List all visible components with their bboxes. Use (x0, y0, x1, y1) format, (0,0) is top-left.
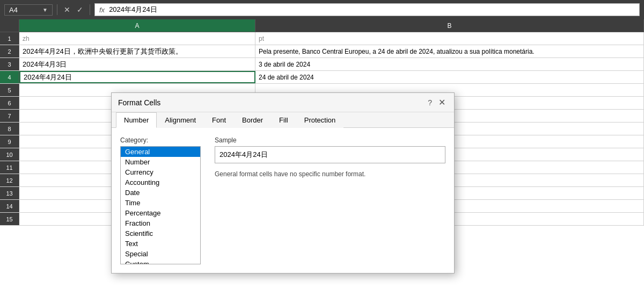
toolbar: A4 ▼ ✕ ✓ fx 2024年4月24日 (0, 0, 644, 19)
category-item-currency[interactable]: Currency (121, 167, 200, 177)
category-item-fraction[interactable]: Fraction (121, 218, 200, 228)
table-row: 1 zh pt (0, 32, 644, 45)
row-number: 13 (0, 187, 19, 199)
category-section: Category: General Number Currency Accoun… (120, 136, 206, 264)
dialog-titlebar: Format Cells ? ✕ (112, 93, 454, 112)
cell-b4[interactable]: 24 de abril de 2024 (255, 71, 644, 83)
category-item-number[interactable]: Number (121, 157, 200, 167)
tab-fill[interactable]: Fill (271, 112, 296, 128)
tab-protection[interactable]: Protection (296, 112, 344, 128)
category-label: Category: (120, 136, 206, 144)
table-row: 3 2024年4月3日 3 de abril de 2024 (0, 58, 644, 71)
col-header-b[interactable]: B (255, 19, 644, 32)
format-cells-dialog[interactable]: Format Cells ? ✕ Number Alignment Font B… (111, 92, 455, 273)
cell-a3[interactable]: 2024年4月3日 (19, 58, 255, 70)
row-number: 11 (0, 161, 19, 174)
tab-border[interactable]: Border (234, 112, 271, 128)
toolbar-divider-2 (90, 4, 90, 15)
category-item-general[interactable]: General (121, 147, 200, 157)
row-number: 7 (0, 110, 19, 122)
table-row: 4 2024年4月24日 24 de abril de 2024 (0, 71, 644, 84)
row-number: 15 (0, 213, 19, 225)
toolbar-divider-1 (57, 4, 57, 15)
formula-bar[interactable]: fx 2024年4月24日 (94, 3, 640, 16)
description-text: General format cells have no specific nu… (215, 170, 445, 179)
fx-label: fx (99, 6, 105, 14)
category-item-date[interactable]: Date (121, 188, 200, 198)
tab-number[interactable]: Number (116, 112, 157, 128)
row-number: 9 (0, 135, 19, 148)
cell-a1[interactable]: zh (19, 32, 255, 45)
cell-reference-text: A4 (9, 6, 40, 14)
row-number: 1 (0, 32, 19, 45)
row-number: 12 (0, 174, 19, 186)
category-item-scientific[interactable]: Scientific (121, 228, 200, 239)
sample-box: 2024年4月24日 (215, 146, 445, 163)
corner-cell (0, 19, 19, 32)
category-item-time[interactable]: Time (121, 198, 200, 208)
dialog-help-button[interactable]: ? (428, 98, 432, 107)
row-number: 6 (0, 97, 19, 109)
dialog-close-button[interactable]: ✕ (436, 97, 448, 107)
cell-b2[interactable]: Pela presente, Banco Central Europeu, a … (255, 45, 644, 57)
cell-reference-box[interactable]: A4 ▼ (4, 4, 53, 16)
cell-b3[interactable]: 3 de abril de 2024 (255, 58, 644, 70)
category-item-custom[interactable]: Custom (121, 259, 200, 264)
row-number: 14 (0, 200, 19, 212)
col-header-a[interactable]: A (19, 19, 255, 32)
category-list[interactable]: General Number Currency Accounting Date … (120, 146, 201, 264)
row-number: 5 (0, 84, 19, 96)
cancel-edit-button[interactable]: ✕ (62, 4, 72, 15)
tab-alignment[interactable]: Alignment (157, 112, 204, 128)
sample-value: 2024年4月24日 (219, 150, 268, 159)
right-panel: Sample 2024年4月24日 General format cells h… (215, 136, 445, 264)
sample-label: Sample (215, 136, 445, 144)
table-row: 2 2024年4月24日，欧洲中央银行更新了其货币政策。 Pela presen… (0, 45, 644, 58)
formula-content: 2024年4月24日 (109, 5, 157, 15)
cell-a2[interactable]: 2024年4月24日，欧洲中央银行更新了其货币政策。 (19, 45, 255, 57)
row-number: 10 (0, 148, 19, 161)
dialog-body: Category: General Number Currency Accoun… (112, 128, 454, 273)
category-item-accounting[interactable]: Accounting (121, 177, 200, 188)
column-headers: A B (0, 19, 644, 32)
row-number: 4 (0, 71, 19, 83)
confirm-edit-button[interactable]: ✓ (75, 4, 85, 15)
row-number: 8 (0, 123, 19, 135)
tab-font[interactable]: Font (204, 112, 234, 128)
category-item-text[interactable]: Text (121, 239, 200, 249)
row-number: 2 (0, 45, 19, 57)
category-item-special[interactable]: Special (121, 249, 200, 259)
cell-ref-dropdown-icon[interactable]: ▼ (42, 7, 48, 13)
dialog-title: Format Cells (118, 98, 160, 107)
category-item-percentage[interactable]: Percentage (121, 208, 200, 218)
row-number: 3 (0, 58, 19, 70)
dialog-controls: ? ✕ (428, 97, 448, 107)
cell-a4[interactable]: 2024年4月24日 (19, 71, 255, 83)
dialog-tabs: Number Alignment Font Border Fill Protec… (112, 112, 454, 128)
cell-b1[interactable]: pt (255, 32, 644, 45)
